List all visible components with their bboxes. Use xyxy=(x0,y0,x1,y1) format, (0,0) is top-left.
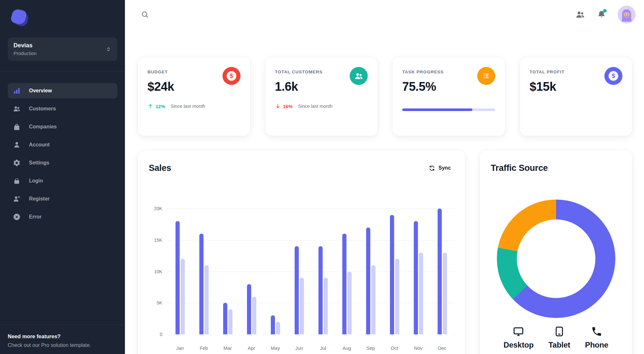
currency-dollar-icon: $ xyxy=(604,67,622,85)
bar-this-year xyxy=(295,246,299,334)
trend-row: 12% Since last month xyxy=(147,103,241,109)
bar-last-year xyxy=(276,322,280,334)
sync-button[interactable]: Sync xyxy=(425,163,454,173)
legend-desktop: Desktop xyxy=(504,326,534,349)
arrow-down-icon xyxy=(275,103,281,109)
sidebar-item-settings[interactable]: Settings xyxy=(8,155,117,171)
bar-this-year xyxy=(318,246,323,334)
avatar-image xyxy=(618,5,636,23)
sidebar-item-label: Overview xyxy=(29,88,52,94)
search-button[interactable] xyxy=(138,8,151,21)
bar-last-year xyxy=(204,265,209,334)
legend-phone: Phone xyxy=(585,326,608,349)
sidebar-item-customers[interactable]: Customers xyxy=(8,101,117,116)
trend-row: 16% Since last month xyxy=(275,103,368,109)
stat-label: TOTAL CUSTOMERS xyxy=(275,67,323,74)
sidebar-item-account[interactable]: Account xyxy=(8,137,117,153)
sidebar-item-error[interactable]: Error xyxy=(8,209,117,225)
sidebar-item-login[interactable]: Login xyxy=(8,173,117,189)
sidebar-item-label: Companies xyxy=(29,124,57,130)
traffic-donut-chart xyxy=(497,200,615,318)
task-progress-card: TASK PROGRESS 75.5% xyxy=(393,57,505,136)
search-icon xyxy=(141,10,149,19)
device-label: Desktop xyxy=(504,340,534,349)
arrow-up-icon xyxy=(147,103,153,109)
chart-bar-icon xyxy=(13,87,21,95)
x-axis-label: Mar xyxy=(216,345,240,351)
bar-this-year xyxy=(199,234,204,334)
axis-ticks xyxy=(168,334,454,337)
stat-label: TASK PROGRESS xyxy=(402,67,444,74)
sidebar-item-companies[interactable]: Companies xyxy=(8,119,117,135)
legend-tablet: Tablet xyxy=(548,326,570,349)
dollar-glyph: $ xyxy=(230,72,233,79)
user-plus-icon xyxy=(13,195,21,203)
bar-group-feb xyxy=(192,209,216,334)
bar-last-year xyxy=(181,259,185,334)
stat-label: TOTAL PROFIT xyxy=(530,67,565,74)
bar-this-year xyxy=(438,209,442,334)
stats-grid: BUDGET $24k $ 12% Since last month xyxy=(138,57,632,136)
user-icon xyxy=(13,141,21,149)
contacts-button[interactable] xyxy=(574,8,587,21)
plot-area xyxy=(168,209,454,334)
bar-group-apr xyxy=(240,209,263,334)
workspace-environment: Production xyxy=(14,51,37,56)
bar-group-mar xyxy=(216,209,240,334)
sidebar: Devias Production Overview Customers Com… xyxy=(0,0,125,354)
trend-value: 16% xyxy=(283,104,293,109)
bar-this-year xyxy=(271,315,275,334)
x-axis-label: Jun xyxy=(287,345,311,351)
y-axis-label: 5K xyxy=(156,300,162,305)
sidebar-item-label: Error xyxy=(29,214,42,220)
bar-group-nov xyxy=(406,209,430,334)
workspace-name: Devias xyxy=(14,42,37,49)
sidebar-item-label: Register xyxy=(29,196,50,202)
trend-caption: Since last month xyxy=(298,104,333,109)
progress-bar xyxy=(402,108,495,111)
sidebar-item-register[interactable]: Register xyxy=(8,191,117,207)
bar-groups xyxy=(168,209,454,334)
notifications-button[interactable] xyxy=(595,8,608,21)
top-bar xyxy=(125,0,644,29)
desktop-icon xyxy=(513,326,524,337)
user-avatar[interactable] xyxy=(618,5,636,23)
sidebar-item-label: Customers xyxy=(29,106,56,112)
lock-icon xyxy=(13,177,21,185)
x-axis-label: Dec xyxy=(430,345,454,351)
sidebar-nav: Overview Customers Companies Account Set… xyxy=(0,71,125,325)
stat-value: 1.6k xyxy=(275,80,323,94)
bar-group-dec xyxy=(430,209,454,334)
bar-group-aug xyxy=(335,209,359,334)
workspace-switcher[interactable]: Devias Production xyxy=(8,37,117,61)
y-axis-label: 15K xyxy=(154,238,162,243)
workspace-info: Devias Production xyxy=(14,42,37,56)
bar-last-year xyxy=(228,309,232,334)
total-customers-card: TOTAL CUSTOMERS 1.6k 16% Since last mont… xyxy=(265,57,378,136)
x-axis-label: Feb xyxy=(192,345,216,351)
x-axis-label: Nov xyxy=(406,345,430,351)
users-icon xyxy=(350,67,368,85)
trend-value: 12% xyxy=(156,104,165,109)
users-icon xyxy=(13,105,21,113)
sidebar-item-overview[interactable]: Overview xyxy=(8,83,117,98)
bar-this-year xyxy=(414,221,418,334)
bar-this-year xyxy=(342,234,346,334)
devias-logo-icon[interactable] xyxy=(11,9,29,27)
bar-last-year xyxy=(324,278,328,334)
app-root: Devias Production Overview Customers Com… xyxy=(0,0,644,354)
sales-title: Sales xyxy=(149,163,171,173)
notification-dot xyxy=(603,9,607,13)
bar-last-year xyxy=(395,259,399,334)
arrows-clockwise-icon xyxy=(429,165,435,172)
sidebar-item-label: Login xyxy=(29,178,43,184)
bar-last-year xyxy=(252,297,256,334)
tablet-icon xyxy=(554,326,565,337)
charts-row: Sales Sync 20K15K10K5K0 xyxy=(138,151,632,354)
y-axis-label: 20K xyxy=(154,206,162,211)
bar-group-may xyxy=(263,209,287,334)
bar-group-oct xyxy=(383,209,406,334)
topbar-actions xyxy=(574,5,636,23)
budget-card: BUDGET $24k $ 12% Since last month xyxy=(138,57,250,136)
x-axis-label: Aug xyxy=(335,345,359,351)
